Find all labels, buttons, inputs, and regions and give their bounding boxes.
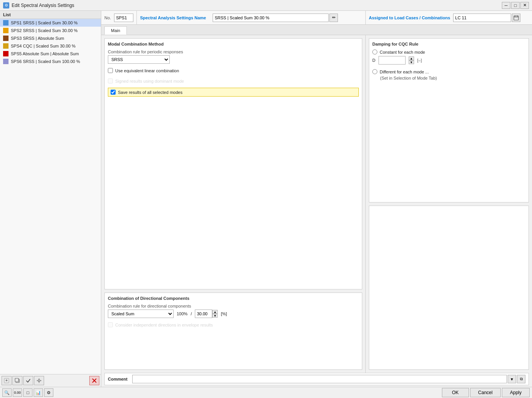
list-item-label: SPS2 SRSS | Scaled Sum 30.00 % (11, 28, 78, 33)
no-label: No. (104, 15, 111, 20)
comment-dropdown-button[interactable]: ▼ (508, 375, 516, 383)
no-input[interactable] (114, 14, 133, 22)
list-header: List (0, 11, 101, 19)
list-item[interactable]: SPS1 SRSS | Scaled Sum 30.00 % (0, 19, 101, 27)
svg-text:+: + (5, 378, 8, 383)
pct2-spinner: ▲ ▼ (212, 310, 218, 318)
consider-independent-checkbox[interactable] (108, 322, 113, 327)
different-each-mode-radio[interactable] (372, 69, 377, 74)
tab-content-wrapper: Modal Combination Method Combination rul… (101, 35, 532, 387)
constant-each-mode-radio[interactable] (372, 49, 377, 54)
tab-main[interactable]: Main (104, 26, 127, 35)
d-spinner: ▲ ▼ (409, 56, 414, 64)
assigned-calendar-button[interactable] (512, 14, 520, 22)
check-button[interactable] (23, 376, 33, 385)
comment-input[interactable] (132, 375, 507, 383)
cancel-button[interactable]: Cancel (470, 388, 501, 397)
tab-content: Modal Combination Method Combination rul… (101, 35, 532, 373)
window-title: Edit Spectral Analysis Settings (12, 3, 74, 8)
list-items: SPS1 SRSS | Scaled Sum 30.00 % SPS2 SRSS… (0, 19, 101, 374)
d-value-row: D ▲ ▼ [–] (372, 56, 525, 65)
d-value-input[interactable] (379, 56, 406, 65)
window-controls: ─ □ ✕ (502, 2, 529, 9)
color-swatch (3, 51, 9, 56)
gear-bottom-button[interactable]: ⚙ (44, 388, 53, 397)
box-bottom-button[interactable]: □ (23, 388, 32, 397)
comment-copy-button[interactable]: ⧉ (517, 375, 525, 383)
signed-results-label: Signed results using dominant mode (115, 79, 184, 83)
d-spin-down[interactable]: ▼ (409, 60, 414, 64)
damping-section: Damping for CQC Rule Constant for each m… (369, 38, 529, 202)
list-item[interactable]: SPS6 SRSS | Scaled Sum 100.00 % (0, 58, 101, 65)
use-equiv-linear-checkbox[interactable] (108, 68, 113, 73)
pct2-spin-down[interactable]: ▼ (212, 314, 218, 318)
pct1-label: 100% (177, 311, 188, 316)
directional-section: Combination of Directional Components Co… (104, 293, 362, 370)
d-label: D (372, 58, 375, 63)
directional-rule-row: Combination rule for directional compone… (108, 304, 359, 318)
window-bottom-toolbar: 🔍 0.00 □ 📊 ⚙ OK Cancel Apply (0, 387, 532, 398)
save-results-checkbox[interactable] (111, 90, 116, 95)
assigned-field: Assigned to Load Cases / Combinations (366, 11, 532, 24)
app-icon: ⚙ (3, 2, 9, 9)
directional-rule-select[interactable]: Scaled Sum SRSS Absolute Sum (108, 310, 174, 318)
settings-button[interactable] (34, 376, 44, 385)
list-item[interactable]: SPS3 SRSS | Absolute Sum (0, 34, 101, 42)
list-item-label: SPS3 SRSS | Absolute Sum (11, 36, 64, 41)
comment-label: Comment (108, 377, 128, 381)
combination-rule-label: Combination rule for periodic responses (108, 49, 359, 54)
apply-button[interactable]: Apply (502, 388, 530, 397)
constant-each-mode-label[interactable]: Constant for each mode (380, 50, 425, 54)
delete-item-button[interactable] (89, 376, 99, 385)
chart-bottom-button[interactable]: 📊 (34, 388, 43, 397)
tab-bar: Main (101, 25, 532, 35)
pct2-input[interactable] (195, 310, 212, 318)
list-item[interactable]: SPS4 CQC | Scaled Sum 30.00 % (0, 42, 101, 50)
separator-label: / (191, 311, 192, 316)
pct2-spin-up[interactable]: ▲ (212, 310, 218, 314)
list-item-label: SPS4 CQC | Scaled Sum 30.00 % (11, 44, 75, 48)
directional-title: Combination of Directional Components (108, 296, 359, 301)
assigned-input[interactable] (453, 14, 511, 22)
left-panel: List SPS1 SRSS | Scaled Sum 30.00 % SPS2… (0, 11, 101, 387)
d-spin-up[interactable]: ▲ (409, 56, 414, 60)
color-swatch (3, 28, 9, 33)
list-item[interactable]: SPS2 SRSS | Scaled Sum 30.00 % (0, 27, 101, 34)
right-panel: No. Spectral Analysis Settings Name ✏ As… (101, 11, 532, 387)
svg-rect-3 (15, 378, 19, 382)
combination-rule-row: Combination rule for periodic responses … (108, 49, 359, 64)
color-swatch (3, 59, 9, 64)
different-each-mode-label[interactable]: Different for each mode ... (380, 70, 429, 74)
name-label: Spectral Analysis Settings Name (140, 15, 210, 20)
list-item[interactable]: SPS5 Absolute Sum | Absolute Sum (0, 50, 101, 58)
search-bottom-button[interactable]: 🔍 (2, 388, 12, 397)
assigned-label: Assigned to Load Cases / Combinations (369, 15, 450, 20)
color-swatch (3, 36, 9, 41)
signed-results-checkbox[interactable] (108, 78, 113, 83)
minimize-button[interactable]: ─ (502, 2, 510, 9)
use-equiv-linear-label[interactable]: Use equivalent linear combination (115, 68, 179, 73)
close-button[interactable]: ✕ (520, 2, 529, 9)
duplicate-item-button[interactable] (12, 376, 22, 385)
main-layout: List SPS1 SRSS | Scaled Sum 30.00 % SPS2… (0, 11, 532, 398)
right-lower-section (369, 206, 529, 370)
combination-rule-select[interactable]: SRSS CQC Absolute Sum (108, 55, 170, 64)
name-edit-button[interactable]: ✏ (329, 14, 338, 22)
restore-button[interactable]: □ (511, 2, 520, 9)
consider-independent-row: Consider independent directions in envel… (108, 321, 359, 328)
signed-results-row: Signed results using dominant mode (108, 77, 359, 85)
directional-rule-label: Combination rule for directional compone… (108, 304, 359, 308)
damping-title: Damping for CQC Rule (372, 42, 525, 46)
ok-button[interactable]: OK (442, 388, 469, 397)
top-row: No. Spectral Analysis Settings Name ✏ As… (101, 11, 532, 25)
add-item-button[interactable]: + (2, 376, 12, 385)
name-input[interactable] (213, 14, 329, 22)
constant-each-mode-row: Constant for each mode (372, 49, 525, 54)
list-item-label: SPS5 Absolute Sum | Absolute Sum (11, 51, 79, 56)
save-results-label[interactable]: Save results of all selected modes (118, 90, 182, 95)
left-panel-toolbar: + (0, 374, 101, 387)
use-equiv-linear-row: Use equivalent linear combination (108, 67, 359, 74)
value-bottom-button[interactable]: 0.00 (13, 388, 22, 397)
comment-section: Comment ▼ ⧉ (104, 373, 529, 385)
svg-rect-11 (514, 16, 518, 20)
